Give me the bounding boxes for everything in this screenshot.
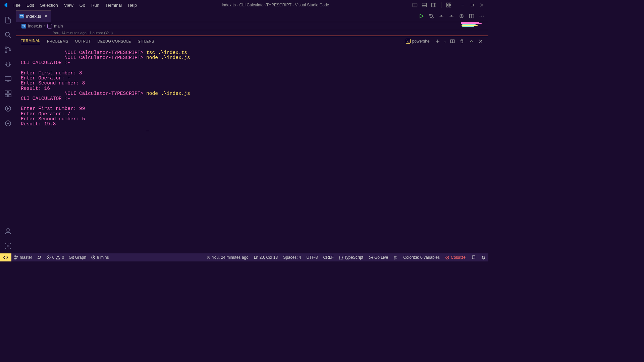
layout-panel-icon[interactable] <box>421 2 428 8</box>
menu-go[interactable]: Go <box>77 1 88 9</box>
source-control-icon[interactable] <box>0 42 16 57</box>
menu-terminal[interactable]: Terminal <box>103 1 124 9</box>
svg-point-40 <box>481 15 482 16</box>
typescript-file-icon: TS <box>19 14 24 18</box>
colorize-status[interactable]: Colorize: 0 variables <box>400 255 442 260</box>
split-editor-icon[interactable] <box>468 13 475 19</box>
svg-point-18 <box>9 49 11 51</box>
person-icon <box>206 255 211 260</box>
git-next-icon[interactable] <box>448 13 455 19</box>
layout-customize-icon[interactable] <box>445 2 452 8</box>
svg-point-14 <box>5 32 9 36</box>
more-actions-icon[interactable] <box>478 13 485 19</box>
git-prev-icon[interactable] <box>438 13 445 19</box>
breadcrumb-symbol: main <box>54 24 63 28</box>
svg-point-41 <box>483 15 484 16</box>
editor-tabs: TS index.ts × <box>16 10 488 22</box>
eol-status[interactable]: CRLF <box>321 255 336 260</box>
svg-point-58 <box>370 257 372 258</box>
run-debug-icon[interactable] <box>0 57 16 72</box>
close-button[interactable] <box>478 1 486 9</box>
feedback-icon[interactable] <box>468 255 478 260</box>
search-icon[interactable] <box>0 27 16 42</box>
tab-debug-console[interactable]: DEBUG CONSOLE <box>98 39 131 43</box>
maximize-panel-icon[interactable] <box>468 38 474 44</box>
close-icon[interactable]: × <box>45 13 47 19</box>
layout-sidebar-right-icon[interactable] <box>430 2 437 8</box>
error-icon <box>46 255 51 260</box>
layout-sidebar-left-icon[interactable] <box>412 2 418 8</box>
sync-icon <box>37 255 42 260</box>
tab-output[interactable]: OUTPUT <box>75 39 91 43</box>
new-terminal-icon[interactable] <box>435 38 441 44</box>
prettier-status[interactable] <box>391 255 400 260</box>
git-branch[interactable]: master <box>11 255 35 260</box>
editor-area: TS index.ts × TS index.ts › main You, 14… <box>16 10 488 253</box>
svg-rect-4 <box>432 3 436 7</box>
chevron-down-icon[interactable]: ⌄ <box>443 39 447 44</box>
status-bar: master 0 0 Git Graph 8 mins You, 24 minu… <box>0 253 488 261</box>
notifications-icon[interactable] <box>478 255 488 260</box>
git-lens-toggle-icon[interactable] <box>458 13 465 19</box>
svg-rect-24 <box>5 95 7 97</box>
gitlens-blame-status[interactable]: You, 24 minutes ago <box>204 255 251 260</box>
run-file-icon[interactable] <box>418 13 425 19</box>
go-live-button[interactable]: Go Live <box>366 255 391 260</box>
language-mode[interactable]: { } TypeScript <box>336 255 366 260</box>
encoding-status[interactable]: UTF-8 <box>304 255 321 260</box>
vscode-logo-icon <box>3 2 8 8</box>
git-graph-button[interactable]: Git Graph <box>66 255 89 260</box>
menu-run[interactable]: Run <box>89 1 102 9</box>
no-icon <box>445 255 449 260</box>
kill-terminal-icon[interactable] <box>459 38 465 44</box>
terminal-shell-label[interactable]: ›_ powershell <box>406 39 431 44</box>
svg-rect-11 <box>471 4 474 6</box>
close-panel-icon[interactable] <box>478 38 484 44</box>
blame-text: You, 24 minutes ago <box>212 255 249 260</box>
menu-selection[interactable]: Selection <box>37 1 60 9</box>
remote-explorer-icon[interactable] <box>0 72 16 86</box>
accounts-icon[interactable] <box>0 224 16 239</box>
separator <box>441 2 441 8</box>
thunder-icon[interactable] <box>0 116 16 131</box>
menu-view[interactable]: View <box>61 1 76 9</box>
titlebar: File Edit Selection View Go Run Terminal… <box>0 0 488 10</box>
svg-point-48 <box>15 256 16 257</box>
maximize-button[interactable] <box>468 1 476 9</box>
cursor-position[interactable]: Ln 20, Col 13 <box>251 255 280 260</box>
breadcrumb-file: index.ts <box>28 24 42 28</box>
wakatime-status[interactable]: 8 mins <box>89 255 111 260</box>
remote-indicator[interactable] <box>0 253 11 261</box>
terminal-output[interactable]: \CLI Calculator-TYPESCRIPT> tsc .\index.… <box>16 46 488 253</box>
liveshare-icon[interactable] <box>0 101 16 116</box>
svg-line-64 <box>446 256 448 259</box>
problems-status[interactable]: 0 0 <box>44 255 66 260</box>
sync-button[interactable] <box>35 255 44 260</box>
git-compare-icon[interactable] <box>428 13 435 19</box>
go-live-label: Go Live <box>374 255 388 260</box>
colorize-label: Colorize <box>451 255 466 260</box>
svg-point-35 <box>460 14 463 18</box>
tab-gitlens[interactable]: GITLENS <box>138 39 154 43</box>
tab-terminal[interactable]: TERMINAL <box>21 39 40 44</box>
explorer-icon[interactable] <box>0 13 16 27</box>
split-terminal-icon[interactable] <box>449 38 455 44</box>
warning-icon <box>56 255 60 260</box>
svg-point-36 <box>461 15 462 17</box>
svg-point-17 <box>5 51 7 53</box>
colorize-toggle[interactable]: Colorize <box>442 255 468 260</box>
branch-name: master <box>20 255 32 260</box>
tab-problems[interactable]: PROBLEMS <box>47 39 68 43</box>
settings-gear-icon[interactable] <box>0 239 16 253</box>
activity-bar <box>0 10 16 253</box>
svg-rect-6 <box>447 3 448 5</box>
menu-edit[interactable]: Edit <box>24 1 37 9</box>
menu-file[interactable]: File <box>11 1 23 9</box>
breadcrumb[interactable]: TS index.ts › main <box>16 22 488 30</box>
indent-status[interactable]: Spaces: 4 <box>280 255 304 260</box>
svg-rect-20 <box>5 76 11 80</box>
minimize-button[interactable] <box>459 1 467 9</box>
tab-index-ts[interactable]: TS index.ts × <box>16 10 51 22</box>
menu-help[interactable]: Help <box>125 1 140 9</box>
extensions-icon[interactable] <box>0 86 16 101</box>
